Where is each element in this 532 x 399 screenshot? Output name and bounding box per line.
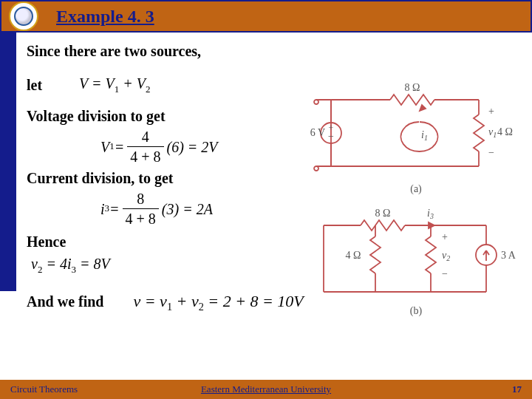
slide-title: Example 4. 3 bbox=[56, 7, 154, 27]
circuit-a: + − 6 V 8 Ω 4 Ω i1 + v1 − (a) bbox=[309, 70, 516, 196]
logo-globe-icon bbox=[14, 7, 33, 26]
label-r-right: 4 Ω bbox=[497, 126, 513, 137]
label-minus-b: − bbox=[442, 268, 448, 279]
eq-result: 2A bbox=[197, 200, 213, 219]
fraction-num: 4 bbox=[127, 127, 163, 147]
body-text: Since there are two sources, bbox=[27, 41, 201, 61]
label-r-4ohm: 4 Ω bbox=[346, 250, 361, 261]
circuit-b: 8 Ω i3 4 Ω + v2 − 3 A (b) bbox=[309, 203, 516, 336]
body-text: Current division, to get bbox=[27, 168, 174, 188]
let-row: let V = V1 + V2 bbox=[27, 74, 307, 96]
label-i3: i3 bbox=[427, 208, 434, 220]
university-logo bbox=[9, 1, 38, 31]
footer-university: Eastern Mediterranean University bbox=[201, 383, 331, 395]
svg-text:−: − bbox=[328, 131, 334, 142]
slide-header: Example 4. 3 bbox=[0, 0, 532, 33]
circuit-figures: + − 6 V 8 Ω 4 Ω i1 + v1 − (a) bbox=[309, 70, 523, 339]
body-text: Hence bbox=[27, 232, 66, 251]
page-number: 17 bbox=[512, 383, 522, 395]
label-minus: − bbox=[488, 147, 494, 158]
label-current-i1: i1 bbox=[421, 129, 428, 142]
label-r-top: 8 Ω bbox=[405, 82, 420, 93]
let-label: let bbox=[27, 75, 42, 95]
text-line: Since there are two sources, bbox=[27, 41, 307, 61]
fraction-num: 8 bbox=[123, 189, 159, 209]
body-text: And we find bbox=[27, 292, 103, 311]
label-isource: 3 A bbox=[501, 250, 516, 261]
label-v2: v2 bbox=[442, 250, 450, 262]
mult-factor: (3) bbox=[162, 200, 179, 219]
equation-v1: Vi₁1 = 4 4 + 8 (6) = 2V bbox=[100, 129, 307, 166]
footer-topic: Circuit Theorems bbox=[10, 383, 78, 395]
side-accent-bar bbox=[0, 33, 16, 291]
equation-superposition: V = V1 + V2 bbox=[79, 74, 150, 96]
label-v1: v1 bbox=[488, 126, 497, 139]
label-plus-b: + bbox=[442, 231, 448, 242]
body-text: Voltage division to get bbox=[27, 106, 166, 126]
text-line: Voltage division to get bbox=[27, 106, 307, 126]
slide-body: Since there are two sources, let V = V1 … bbox=[27, 41, 307, 317]
figure-label-b: (b) bbox=[410, 305, 423, 317]
label-r-top-b: 8 Ω bbox=[375, 208, 391, 219]
text-line: Hence bbox=[27, 232, 307, 251]
figure-label-a: (a) bbox=[410, 183, 422, 195]
label-plus: + bbox=[488, 106, 494, 117]
equation-i3: i3 = 8 4 + 8 (3) = 2A bbox=[100, 191, 307, 228]
label-vsource: 6 V bbox=[310, 127, 325, 138]
fraction-den: 4 + 8 bbox=[123, 209, 159, 228]
slide-footer: Circuit Theorems Eastern Mediterranean U… bbox=[0, 380, 532, 399]
equation-v2: v2 = 4i3 = 8V bbox=[27, 254, 307, 276]
mult-factor: (6) bbox=[167, 137, 184, 157]
final-row: And we find v = v1 + v2 = 2 + 8 = 10V bbox=[27, 291, 307, 314]
fraction-den: 4 + 8 bbox=[127, 147, 163, 166]
text-line: Current division, to get bbox=[27, 168, 307, 188]
eq-result: 2V bbox=[201, 137, 217, 157]
